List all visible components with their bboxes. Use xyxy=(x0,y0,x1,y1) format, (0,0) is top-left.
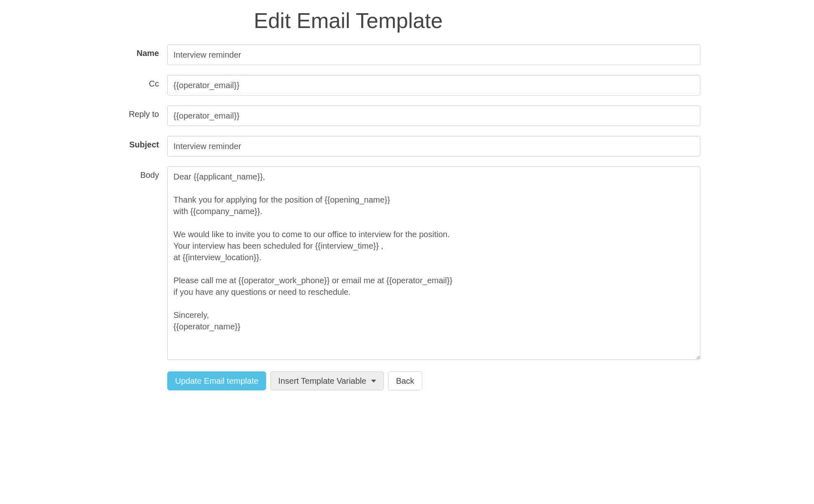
body-field[interactable] xyxy=(167,166,700,360)
insert-template-variable-button[interactable]: Insert Template Variable xyxy=(270,371,384,390)
name-field[interactable] xyxy=(167,44,700,65)
update-email-template-button[interactable]: Update Email template xyxy=(167,371,266,390)
label-name: Name xyxy=(114,44,167,58)
label-reply-to: Reply to xyxy=(114,105,167,119)
page-title: Edit Email Template xyxy=(254,8,700,33)
label-subject: Subject xyxy=(114,136,167,149)
cc-field[interactable] xyxy=(167,75,700,96)
back-button[interactable]: Back xyxy=(388,371,422,390)
label-cc: Cc xyxy=(114,75,167,89)
insert-template-variable-label: Insert Template Variable xyxy=(278,376,366,386)
subject-field[interactable] xyxy=(167,136,700,156)
caret-down-icon xyxy=(371,380,376,383)
reply-to-field[interactable] xyxy=(167,105,700,126)
label-body: Body xyxy=(114,166,167,180)
